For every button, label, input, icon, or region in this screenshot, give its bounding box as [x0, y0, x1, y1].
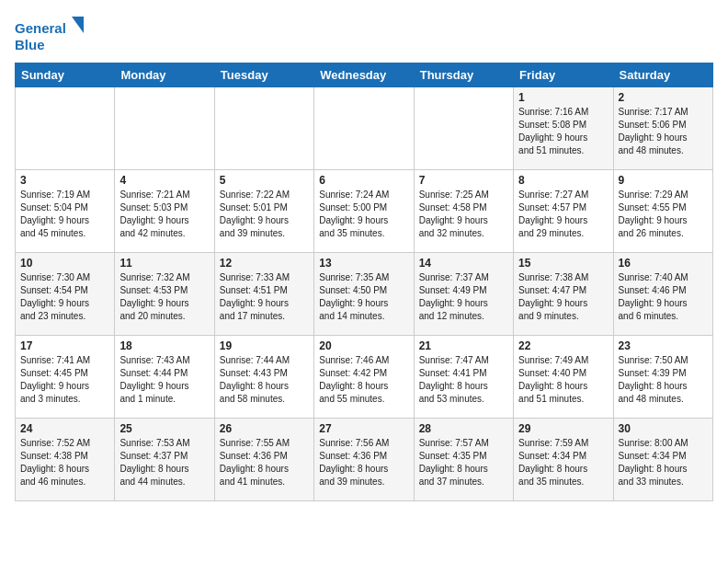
- day-number: 21: [419, 339, 508, 352]
- calendar-cell: 19Sunrise: 7:44 AM Sunset: 4:43 PM Dayli…: [214, 336, 313, 419]
- day-number: 22: [518, 339, 608, 352]
- weekday-header-wednesday: Wednesday: [314, 63, 414, 87]
- calendar-cell: 11Sunrise: 7:32 AM Sunset: 4:53 PM Dayli…: [115, 253, 214, 336]
- day-info: Sunrise: 7:57 AM Sunset: 4:35 PM Dayligh…: [419, 437, 508, 488]
- calendar-cell: 14Sunrise: 7:37 AM Sunset: 4:49 PM Dayli…: [414, 253, 513, 336]
- day-number: 27: [319, 422, 408, 435]
- weekday-header-sunday: Sunday: [16, 63, 115, 87]
- day-number: 2: [619, 91, 708, 104]
- calendar-cell: 8Sunrise: 7:27 AM Sunset: 4:57 PM Daylig…: [514, 170, 613, 253]
- day-number: 19: [220, 339, 309, 352]
- day-number: 8: [518, 174, 608, 187]
- week-row-1: 1Sunrise: 7:16 AM Sunset: 5:08 PM Daylig…: [16, 87, 713, 170]
- day-info: Sunrise: 7:55 AM Sunset: 4:36 PM Dayligh…: [220, 437, 309, 488]
- svg-text:Blue: Blue: [15, 37, 45, 52]
- calendar-cell: 4Sunrise: 7:21 AM Sunset: 5:03 PM Daylig…: [115, 170, 214, 253]
- calendar-cell: [314, 87, 414, 170]
- calendar-cell: 24Sunrise: 7:52 AM Sunset: 4:38 PM Dayli…: [16, 419, 115, 501]
- calendar-cell: 10Sunrise: 7:30 AM Sunset: 4:54 PM Dayli…: [16, 253, 115, 336]
- calendar-cell: 30Sunrise: 8:00 AM Sunset: 4:34 PM Dayli…: [613, 419, 712, 501]
- day-number: 12: [220, 257, 309, 270]
- day-info: Sunrise: 7:16 AM Sunset: 5:08 PM Dayligh…: [518, 106, 608, 157]
- week-row-5: 24Sunrise: 7:52 AM Sunset: 4:38 PM Dayli…: [16, 419, 713, 501]
- day-info: Sunrise: 7:21 AM Sunset: 5:03 PM Dayligh…: [119, 189, 209, 240]
- logo: General Blue: [15, 15, 88, 55]
- day-number: 5: [220, 174, 309, 187]
- day-number: 15: [518, 257, 608, 270]
- day-info: Sunrise: 7:46 AM Sunset: 4:42 PM Dayligh…: [319, 354, 408, 406]
- svg-marker-2: [72, 17, 84, 33]
- day-number: 24: [20, 422, 109, 435]
- day-number: 28: [419, 422, 508, 435]
- calendar-cell: 6Sunrise: 7:24 AM Sunset: 5:00 PM Daylig…: [314, 170, 414, 253]
- day-number: 18: [119, 339, 209, 352]
- calendar-cell: 12Sunrise: 7:33 AM Sunset: 4:51 PM Dayli…: [214, 253, 313, 336]
- calendar-cell: [214, 87, 313, 170]
- calendar-cell: 25Sunrise: 7:53 AM Sunset: 4:37 PM Dayli…: [115, 419, 214, 501]
- calendar-cell: 2Sunrise: 7:17 AM Sunset: 5:06 PM Daylig…: [613, 87, 712, 170]
- day-info: Sunrise: 7:22 AM Sunset: 5:01 PM Dayligh…: [220, 189, 309, 240]
- day-info: Sunrise: 7:32 AM Sunset: 4:53 PM Dayligh…: [119, 271, 209, 323]
- day-info: Sunrise: 7:53 AM Sunset: 4:37 PM Dayligh…: [119, 437, 209, 488]
- weekday-header-row: SundayMondayTuesdayWednesdayThursdayFrid…: [16, 63, 713, 87]
- weekday-header-friday: Friday: [514, 63, 613, 87]
- calendar-cell: 27Sunrise: 7:56 AM Sunset: 4:36 PM Dayli…: [314, 419, 414, 501]
- day-number: 11: [119, 257, 209, 270]
- day-info: Sunrise: 8:00 AM Sunset: 4:34 PM Dayligh…: [619, 437, 708, 488]
- day-info: Sunrise: 7:25 AM Sunset: 4:58 PM Dayligh…: [419, 189, 508, 240]
- calendar-cell: 9Sunrise: 7:29 AM Sunset: 4:55 PM Daylig…: [613, 170, 712, 253]
- day-info: Sunrise: 7:50 AM Sunset: 4:39 PM Dayligh…: [619, 354, 708, 406]
- calendar-cell: 21Sunrise: 7:47 AM Sunset: 4:41 PM Dayli…: [414, 336, 513, 419]
- day-number: 23: [619, 339, 708, 352]
- calendar-cell: 7Sunrise: 7:25 AM Sunset: 4:58 PM Daylig…: [414, 170, 513, 253]
- calendar-cell: [16, 87, 115, 170]
- day-info: Sunrise: 7:19 AM Sunset: 5:04 PM Dayligh…: [20, 189, 109, 240]
- day-info: Sunrise: 7:29 AM Sunset: 4:55 PM Dayligh…: [619, 189, 708, 240]
- page-header: General Blue: [15, 15, 713, 55]
- day-number: 7: [419, 174, 508, 187]
- day-number: 16: [619, 257, 708, 270]
- calendar-cell: 18Sunrise: 7:43 AM Sunset: 4:44 PM Dayli…: [115, 336, 214, 419]
- calendar-table: SundayMondayTuesdayWednesdayThursdayFrid…: [15, 63, 713, 501]
- week-row-2: 3Sunrise: 7:19 AM Sunset: 5:04 PM Daylig…: [16, 170, 713, 253]
- calendar-cell: 13Sunrise: 7:35 AM Sunset: 4:50 PM Dayli…: [314, 253, 414, 336]
- day-info: Sunrise: 7:52 AM Sunset: 4:38 PM Dayligh…: [20, 437, 109, 488]
- day-number: 10: [20, 257, 109, 270]
- day-info: Sunrise: 7:43 AM Sunset: 4:44 PM Dayligh…: [119, 354, 209, 406]
- calendar-cell: 16Sunrise: 7:40 AM Sunset: 4:46 PM Dayli…: [613, 253, 712, 336]
- calendar-cell: 26Sunrise: 7:55 AM Sunset: 4:36 PM Dayli…: [214, 419, 313, 501]
- calendar-cell: 29Sunrise: 7:59 AM Sunset: 4:34 PM Dayli…: [514, 419, 613, 501]
- calendar-cell: 20Sunrise: 7:46 AM Sunset: 4:42 PM Dayli…: [314, 336, 414, 419]
- day-info: Sunrise: 7:35 AM Sunset: 4:50 PM Dayligh…: [319, 271, 408, 323]
- day-number: 17: [20, 339, 109, 352]
- day-info: Sunrise: 7:44 AM Sunset: 4:43 PM Dayligh…: [220, 354, 309, 406]
- day-number: 1: [518, 91, 608, 104]
- day-info: Sunrise: 7:17 AM Sunset: 5:06 PM Dayligh…: [619, 106, 708, 157]
- day-info: Sunrise: 7:56 AM Sunset: 4:36 PM Dayligh…: [319, 437, 408, 488]
- calendar-cell: [115, 87, 214, 170]
- day-info: Sunrise: 7:40 AM Sunset: 4:46 PM Dayligh…: [619, 271, 708, 323]
- calendar-cell: 17Sunrise: 7:41 AM Sunset: 4:45 PM Dayli…: [16, 336, 115, 419]
- day-number: 25: [119, 422, 209, 435]
- day-number: 3: [20, 174, 109, 187]
- day-number: 14: [419, 257, 508, 270]
- svg-text:General: General: [15, 20, 66, 36]
- weekday-header-thursday: Thursday: [414, 63, 513, 87]
- calendar-cell: 15Sunrise: 7:38 AM Sunset: 4:47 PM Dayli…: [514, 253, 613, 336]
- day-number: 30: [619, 422, 708, 435]
- calendar-cell: 3Sunrise: 7:19 AM Sunset: 5:04 PM Daylig…: [16, 170, 115, 253]
- calendar-cell: 28Sunrise: 7:57 AM Sunset: 4:35 PM Dayli…: [414, 419, 513, 501]
- calendar-cell: 5Sunrise: 7:22 AM Sunset: 5:01 PM Daylig…: [214, 170, 313, 253]
- day-info: Sunrise: 7:47 AM Sunset: 4:41 PM Dayligh…: [419, 354, 508, 406]
- day-info: Sunrise: 7:37 AM Sunset: 4:49 PM Dayligh…: [419, 271, 508, 323]
- day-info: Sunrise: 7:41 AM Sunset: 4:45 PM Dayligh…: [20, 354, 109, 406]
- week-row-4: 17Sunrise: 7:41 AM Sunset: 4:45 PM Dayli…: [16, 336, 713, 419]
- day-number: 6: [319, 174, 408, 187]
- calendar-cell: 23Sunrise: 7:50 AM Sunset: 4:39 PM Dayli…: [613, 336, 712, 419]
- day-info: Sunrise: 7:27 AM Sunset: 4:57 PM Dayligh…: [518, 189, 608, 240]
- weekday-header-saturday: Saturday: [613, 63, 712, 87]
- day-number: 4: [119, 174, 209, 187]
- day-info: Sunrise: 7:33 AM Sunset: 4:51 PM Dayligh…: [220, 271, 309, 323]
- calendar-cell: 22Sunrise: 7:49 AM Sunset: 4:40 PM Dayli…: [514, 336, 613, 419]
- day-number: 13: [319, 257, 408, 270]
